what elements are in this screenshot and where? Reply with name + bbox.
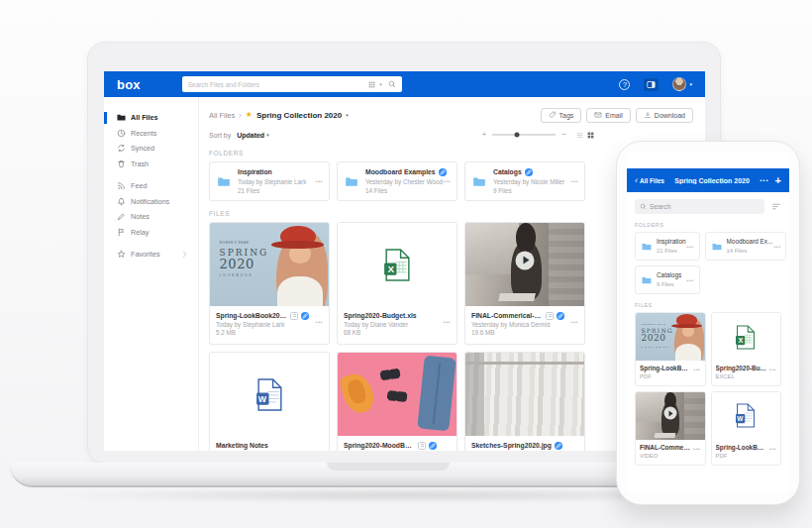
file-card[interactable]: FINAL-Commerical-Spring2020.mp4Yesterday… bbox=[464, 222, 585, 345]
more-options-icon[interactable]: ••• bbox=[316, 178, 323, 184]
file-meta: Yesterday by Monica Dennis bbox=[471, 321, 578, 330]
avatar-caret-icon[interactable]: ▾ bbox=[689, 82, 692, 87]
search-input[interactable]: Search Files and Folders ▾ bbox=[182, 76, 402, 92]
sidebar-item-all-files[interactable]: All Files bbox=[104, 110, 198, 126]
sidebar-item-notes[interactable]: Notes bbox=[104, 209, 198, 225]
sync-icon bbox=[117, 144, 126, 153]
email-button[interactable]: Email bbox=[586, 108, 631, 123]
zoom-in-icon[interactable]: + bbox=[482, 131, 487, 139]
feed-icon bbox=[117, 181, 126, 190]
folder-card[interactable]: Moodboard ExamplesYesterday by Chester W… bbox=[337, 161, 457, 201]
sidebar-item-favorites[interactable]: Favorites bbox=[104, 247, 198, 263]
cover-subtitle: WOMEN'S WEAR bbox=[220, 241, 269, 245]
folder-card[interactable]: CatalogsYesterday by Nicole Miller9 File… bbox=[464, 161, 585, 201]
folder-card-info: Moodboard ExamplesYesterday by Chester W… bbox=[365, 167, 447, 195]
more-options-icon[interactable]: ••• bbox=[571, 449, 578, 451]
breadcrumb-separator-icon: › bbox=[239, 111, 242, 120]
sidebar-item-synced[interactable]: Synced bbox=[104, 141, 198, 157]
mobile-search-row: Search bbox=[635, 199, 781, 214]
file-card[interactable]: WMarketing NotesJune 20 by Chester Wood•… bbox=[209, 352, 330, 451]
more-options-icon[interactable]: ••• bbox=[444, 178, 451, 184]
mobile-folder-card[interactable]: Catalogs9 Files••• bbox=[635, 265, 700, 294]
folder-icon bbox=[117, 113, 126, 122]
sidebar-item-feed[interactable]: Feed bbox=[104, 178, 198, 194]
more-options-icon[interactable]: ••• bbox=[571, 178, 578, 184]
more-options-icon[interactable]: ••• bbox=[760, 177, 768, 183]
file-name: Spring2020-MoodBoard.pptx bbox=[344, 441, 415, 451]
file-card[interactable]: Spring2020-MoodBoard.pptxJune 20 by Ches… bbox=[337, 352, 457, 451]
video-laptop-decor bbox=[498, 293, 536, 301]
folder-icon bbox=[471, 175, 487, 188]
more-options-icon[interactable]: ••• bbox=[769, 367, 776, 374]
rack-thumbnail bbox=[465, 353, 584, 436]
favorite-star-icon[interactable]: ★ bbox=[246, 111, 253, 119]
model-hat-brim-decor bbox=[271, 241, 324, 249]
word-thumbnail: W bbox=[712, 392, 781, 440]
thumbnail-size-slider[interactable]: + − bbox=[482, 131, 594, 139]
sidebar-item-notifications[interactable]: Notifications bbox=[104, 194, 198, 210]
more-options-icon[interactable]: ••• bbox=[444, 319, 451, 327]
panel-toggle-icon[interactable] bbox=[644, 78, 659, 91]
file-type: VIDEO bbox=[640, 452, 701, 461]
file-name: Sketches-Spring2020.jpg bbox=[471, 441, 552, 451]
more-options-icon[interactable]: ••• bbox=[693, 367, 700, 374]
avatar[interactable] bbox=[672, 77, 686, 91]
more-options-icon[interactable]: ••• bbox=[686, 277, 693, 283]
more-options-icon[interactable]: ••• bbox=[693, 446, 700, 454]
slider-handle[interactable] bbox=[514, 133, 519, 138]
more-options-icon[interactable]: ••• bbox=[444, 449, 451, 451]
folder-menu-caret-icon[interactable]: ▾ bbox=[346, 113, 349, 118]
more-options-icon[interactable]: ••• bbox=[571, 319, 578, 327]
sort-icon[interactable] bbox=[771, 202, 781, 211]
breadcrumb-all-files[interactable]: All Files bbox=[209, 111, 235, 120]
file-type: PDF bbox=[640, 372, 701, 381]
file-card[interactable]: Sketches-Spring2020.jpgJune 18 by David … bbox=[464, 352, 585, 451]
folder-card[interactable]: InspirationToday by Stephanie Lark21 Fil… bbox=[209, 161, 330, 201]
mobile-folder-card[interactable]: Inspiration21 Files••• bbox=[635, 232, 700, 261]
folder-meta: Yesterday by Nicole Miller bbox=[493, 177, 564, 186]
download-button[interactable]: Download bbox=[636, 108, 693, 123]
more-options-icon[interactable]: ••• bbox=[769, 446, 776, 454]
file-card-caption: Spring2020-MoodBoard.pptxJune 20 by Ches… bbox=[338, 436, 457, 451]
mobile-file-caption: Spring2020-BudgetEXCEL••• bbox=[712, 361, 781, 385]
more-options-icon[interactable]: ••• bbox=[773, 244, 780, 250]
grid-view-icon[interactable] bbox=[587, 132, 594, 139]
more-options-icon[interactable]: ••• bbox=[316, 449, 323, 451]
mobile-file-card[interactable]: XSpring2020-BudgetEXCEL••• bbox=[711, 312, 782, 386]
search-filter-caret-icon[interactable]: ▾ bbox=[379, 82, 382, 87]
file-name-row: Marketing Notes bbox=[216, 441, 323, 451]
list-view-icon[interactable] bbox=[576, 132, 583, 139]
folder-card-info: CatalogsYesterday by Nicole Miller9 File… bbox=[493, 167, 564, 195]
clock-icon bbox=[117, 129, 126, 138]
sidebar-item-recents[interactable]: Recents bbox=[104, 126, 198, 142]
help-icon[interactable]: ? bbox=[619, 79, 630, 90]
desktop-app-screen: box Search Files and Folders ▾ ? ▾ All F… bbox=[104, 71, 705, 451]
box-logo: box bbox=[117, 77, 141, 92]
tags-button[interactable]: Tags bbox=[541, 108, 582, 123]
zoom-out-icon[interactable]: − bbox=[561, 131, 566, 139]
more-options-icon[interactable]: ••• bbox=[316, 319, 323, 327]
phone-mockup: ‹All Files Spring Collection 2020 ••• + … bbox=[616, 141, 800, 505]
play-icon[interactable] bbox=[516, 251, 535, 269]
mobile-folder-card[interactable]: Moodboard Ex...14 Files••• bbox=[705, 232, 787, 261]
back-button[interactable]: ‹All Files bbox=[635, 176, 664, 185]
search-filter-grid-icon[interactable] bbox=[368, 81, 375, 88]
sidebar-item-trash[interactable]: Trash bbox=[104, 157, 198, 172]
sort-by-dropdown[interactable]: Sort by Updated ▾ bbox=[209, 132, 269, 139]
file-card[interactable]: WOMEN'S WEARSPRING2020LOOKBOOKSpring-Loo… bbox=[209, 222, 330, 345]
search-icon[interactable] bbox=[388, 80, 396, 88]
trash-icon bbox=[117, 159, 126, 168]
slider-track[interactable] bbox=[492, 134, 556, 136]
sidebar-item-relay[interactable]: Relay bbox=[104, 225, 198, 241]
mobile-file-card[interactable]: FINAL-Commerical...VIDEO••• bbox=[635, 391, 706, 466]
add-icon[interactable]: + bbox=[775, 175, 781, 186]
more-options-icon[interactable]: ••• bbox=[686, 244, 693, 250]
play-icon[interactable] bbox=[663, 407, 676, 420]
file-card[interactable]: XSpring2020-Budget.xlsToday by Diane Van… bbox=[337, 222, 457, 345]
cover-subtitle: WOMEN'S WEAR bbox=[642, 323, 673, 325]
mobile-file-card[interactable]: WOMEN'S WEARSPRING2020LOOKBOOKSpring-Loo… bbox=[635, 312, 706, 386]
shared-link-badge-icon bbox=[439, 168, 447, 176]
mobile-file-card[interactable]: WSpring-LookBook2020PDF••• bbox=[711, 391, 782, 466]
chevron-right-icon[interactable] bbox=[180, 250, 189, 259]
mobile-search-input[interactable]: Search bbox=[635, 199, 764, 214]
